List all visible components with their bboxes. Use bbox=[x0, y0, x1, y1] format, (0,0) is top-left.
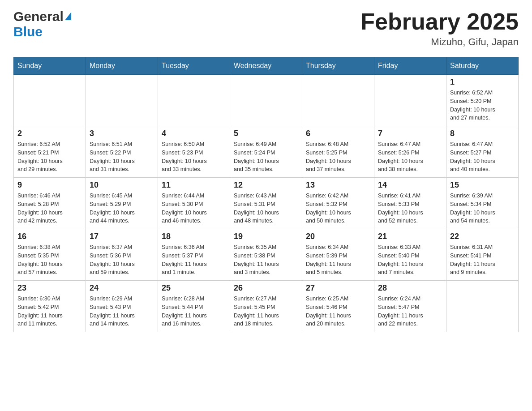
calendar-cell: 25Sunrise: 6:28 AM Sunset: 5:44 PM Dayli… bbox=[158, 281, 230, 332]
calendar-cell: 26Sunrise: 6:27 AM Sunset: 5:45 PM Dayli… bbox=[230, 281, 302, 332]
weekday-header-thursday: Thursday bbox=[302, 57, 374, 75]
day-info: Sunrise: 6:36 AM Sunset: 5:37 PM Dayligh… bbox=[162, 243, 226, 277]
day-number: 3 bbox=[90, 129, 154, 138]
day-number: 11 bbox=[162, 180, 226, 190]
calendar-cell: 19Sunrise: 6:35 AM Sunset: 5:38 PM Dayli… bbox=[230, 229, 302, 281]
day-number: 17 bbox=[90, 232, 154, 241]
calendar-cell: 18Sunrise: 6:36 AM Sunset: 5:37 PM Dayli… bbox=[158, 229, 230, 281]
day-number: 26 bbox=[234, 283, 298, 293]
weekday-header-row: SundayMondayTuesdayWednesdayThursdayFrid… bbox=[14, 57, 519, 75]
day-number: 1 bbox=[450, 77, 515, 87]
day-info: Sunrise: 6:25 AM Sunset: 5:46 PM Dayligh… bbox=[306, 295, 370, 328]
calendar-cell: 28Sunrise: 6:24 AM Sunset: 5:47 PM Dayli… bbox=[374, 281, 446, 332]
logo-blue-text: Blue bbox=[13, 24, 43, 39]
calendar-cell bbox=[230, 75, 302, 126]
day-number: 16 bbox=[17, 232, 82, 241]
day-info: Sunrise: 6:43 AM Sunset: 5:31 PM Dayligh… bbox=[234, 192, 298, 225]
logo-arrow-icon bbox=[65, 12, 71, 20]
calendar-week-2: 2Sunrise: 6:52 AM Sunset: 5:21 PM Daylig… bbox=[14, 126, 519, 178]
calendar-cell bbox=[158, 75, 230, 126]
day-number: 22 bbox=[450, 232, 515, 241]
calendar-cell: 6Sunrise: 6:48 AM Sunset: 5:25 PM Daylig… bbox=[302, 126, 374, 178]
day-number: 13 bbox=[306, 180, 370, 190]
calendar-week-4: 16Sunrise: 6:38 AM Sunset: 5:35 PM Dayli… bbox=[14, 229, 519, 281]
day-number: 20 bbox=[306, 232, 370, 241]
day-info: Sunrise: 6:50 AM Sunset: 5:23 PM Dayligh… bbox=[162, 140, 226, 174]
calendar-cell: 12Sunrise: 6:43 AM Sunset: 5:31 PM Dayli… bbox=[230, 178, 302, 229]
day-info: Sunrise: 6:27 AM Sunset: 5:45 PM Dayligh… bbox=[234, 295, 298, 328]
calendar-cell: 15Sunrise: 6:39 AM Sunset: 5:34 PM Dayli… bbox=[446, 178, 519, 229]
day-info: Sunrise: 6:24 AM Sunset: 5:47 PM Dayligh… bbox=[378, 295, 442, 328]
day-info: Sunrise: 6:38 AM Sunset: 5:35 PM Dayligh… bbox=[17, 243, 82, 277]
calendar-cell bbox=[14, 75, 86, 126]
day-info: Sunrise: 6:45 AM Sunset: 5:29 PM Dayligh… bbox=[90, 192, 154, 225]
weekday-header-wednesday: Wednesday bbox=[230, 57, 302, 75]
calendar-cell: 4Sunrise: 6:50 AM Sunset: 5:23 PM Daylig… bbox=[158, 126, 230, 178]
calendar-week-5: 23Sunrise: 6:30 AM Sunset: 5:42 PM Dayli… bbox=[14, 281, 519, 332]
day-info: Sunrise: 6:49 AM Sunset: 5:24 PM Dayligh… bbox=[234, 140, 298, 174]
calendar-cell bbox=[446, 281, 519, 332]
day-info: Sunrise: 6:41 AM Sunset: 5:33 PM Dayligh… bbox=[378, 192, 442, 225]
day-info: Sunrise: 6:33 AM Sunset: 5:40 PM Dayligh… bbox=[378, 243, 442, 277]
location-title: Mizuho, Gifu, Japan bbox=[360, 36, 519, 48]
calendar-cell: 22Sunrise: 6:31 AM Sunset: 5:41 PM Dayli… bbox=[446, 229, 519, 281]
day-number: 28 bbox=[378, 283, 442, 293]
day-number: 14 bbox=[378, 180, 442, 190]
day-info: Sunrise: 6:42 AM Sunset: 5:32 PM Dayligh… bbox=[306, 192, 370, 225]
day-number: 19 bbox=[234, 232, 298, 241]
day-info: Sunrise: 6:30 AM Sunset: 5:42 PM Dayligh… bbox=[17, 295, 82, 328]
day-info: Sunrise: 6:39 AM Sunset: 5:34 PM Dayligh… bbox=[450, 192, 515, 225]
calendar-table: SundayMondayTuesdayWednesdayThursdayFrid… bbox=[13, 57, 519, 332]
day-number: 15 bbox=[450, 180, 515, 190]
weekday-header-monday: Monday bbox=[86, 57, 158, 75]
day-info: Sunrise: 6:52 AM Sunset: 5:20 PM Dayligh… bbox=[450, 89, 515, 122]
day-info: Sunrise: 6:28 AM Sunset: 5:44 PM Dayligh… bbox=[162, 295, 226, 328]
day-number: 5 bbox=[234, 129, 298, 138]
calendar-cell: 21Sunrise: 6:33 AM Sunset: 5:40 PM Dayli… bbox=[374, 229, 446, 281]
day-number: 7 bbox=[378, 129, 442, 138]
calendar-cell: 13Sunrise: 6:42 AM Sunset: 5:32 PM Dayli… bbox=[302, 178, 374, 229]
day-info: Sunrise: 6:51 AM Sunset: 5:22 PM Dayligh… bbox=[90, 140, 154, 174]
day-number: 4 bbox=[162, 129, 226, 138]
calendar-cell: 1Sunrise: 6:52 AM Sunset: 5:20 PM Daylig… bbox=[446, 75, 519, 126]
day-info: Sunrise: 6:44 AM Sunset: 5:30 PM Dayligh… bbox=[162, 192, 226, 225]
calendar-cell: 8Sunrise: 6:47 AM Sunset: 5:27 PM Daylig… bbox=[446, 126, 519, 178]
day-number: 8 bbox=[450, 129, 515, 138]
calendar-cell: 20Sunrise: 6:34 AM Sunset: 5:39 PM Dayli… bbox=[302, 229, 374, 281]
day-info: Sunrise: 6:47 AM Sunset: 5:27 PM Dayligh… bbox=[450, 140, 515, 174]
calendar-cell: 9Sunrise: 6:46 AM Sunset: 5:28 PM Daylig… bbox=[14, 178, 86, 229]
weekday-header-sunday: Sunday bbox=[14, 57, 86, 75]
calendar-cell bbox=[374, 75, 446, 126]
day-number: 9 bbox=[17, 180, 82, 190]
calendar-cell: 24Sunrise: 6:29 AM Sunset: 5:43 PM Dayli… bbox=[86, 281, 158, 332]
calendar-cell bbox=[86, 75, 158, 126]
weekday-header-saturday: Saturday bbox=[446, 57, 519, 75]
day-info: Sunrise: 6:52 AM Sunset: 5:21 PM Dayligh… bbox=[17, 140, 82, 174]
calendar-cell: 27Sunrise: 6:25 AM Sunset: 5:46 PM Dayli… bbox=[302, 281, 374, 332]
calendar-week-3: 9Sunrise: 6:46 AM Sunset: 5:28 PM Daylig… bbox=[14, 178, 519, 229]
day-info: Sunrise: 6:37 AM Sunset: 5:36 PM Dayligh… bbox=[90, 243, 154, 277]
calendar-cell: 7Sunrise: 6:47 AM Sunset: 5:26 PM Daylig… bbox=[374, 126, 446, 178]
logo: General Blue bbox=[13, 9, 71, 39]
day-info: Sunrise: 6:48 AM Sunset: 5:25 PM Dayligh… bbox=[306, 140, 370, 174]
calendar-cell: 14Sunrise: 6:41 AM Sunset: 5:33 PM Dayli… bbox=[374, 178, 446, 229]
day-number: 24 bbox=[90, 283, 154, 293]
calendar-cell: 2Sunrise: 6:52 AM Sunset: 5:21 PM Daylig… bbox=[14, 126, 86, 178]
month-title: February 2025 bbox=[360, 9, 519, 34]
day-number: 12 bbox=[234, 180, 298, 190]
calendar-cell: 5Sunrise: 6:49 AM Sunset: 5:24 PM Daylig… bbox=[230, 126, 302, 178]
day-number: 21 bbox=[378, 232, 442, 241]
page-header: General Blue February 2025 Mizuho, Gifu,… bbox=[13, 9, 519, 48]
weekday-header-tuesday: Tuesday bbox=[158, 57, 230, 75]
day-number: 18 bbox=[162, 232, 226, 241]
weekday-header-friday: Friday bbox=[374, 57, 446, 75]
day-number: 6 bbox=[306, 129, 370, 138]
calendar-cell: 3Sunrise: 6:51 AM Sunset: 5:22 PM Daylig… bbox=[86, 126, 158, 178]
calendar-cell: 11Sunrise: 6:44 AM Sunset: 5:30 PM Dayli… bbox=[158, 178, 230, 229]
calendar-cell: 10Sunrise: 6:45 AM Sunset: 5:29 PM Dayli… bbox=[86, 178, 158, 229]
calendar-cell: 23Sunrise: 6:30 AM Sunset: 5:42 PM Dayli… bbox=[14, 281, 86, 332]
day-number: 25 bbox=[162, 283, 226, 293]
day-info: Sunrise: 6:29 AM Sunset: 5:43 PM Dayligh… bbox=[90, 295, 154, 328]
calendar-cell: 17Sunrise: 6:37 AM Sunset: 5:36 PM Dayli… bbox=[86, 229, 158, 281]
calendar-cell: 16Sunrise: 6:38 AM Sunset: 5:35 PM Dayli… bbox=[14, 229, 86, 281]
